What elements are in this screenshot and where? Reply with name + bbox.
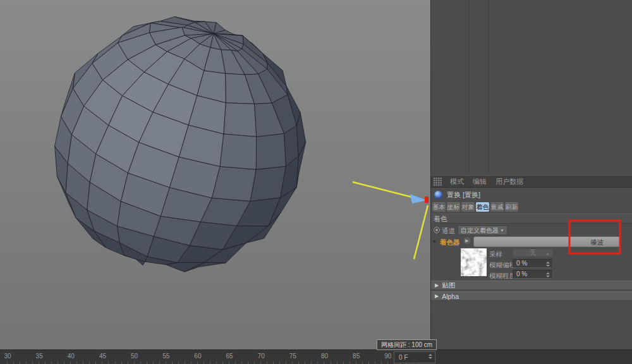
attribute-mode-icon[interactable] xyxy=(434,178,442,186)
blur-offset-stepper[interactable] xyxy=(546,262,550,267)
timeline-tick: 30 xyxy=(1,353,14,360)
menu-edit[interactable]: 编辑 xyxy=(468,177,491,186)
group-alpha[interactable]: ▶ Alpha xyxy=(431,291,632,301)
blur-scale-field[interactable]: 0 % xyxy=(513,270,553,279)
timeline-tick: 85 xyxy=(350,353,363,360)
sampling-dropdown-value: 无 xyxy=(530,249,536,256)
panel-divider xyxy=(489,0,489,174)
blur-offset-value: 0 % xyxy=(516,260,527,267)
sampling-dropdown[interactable]: 无 ▼ xyxy=(513,248,553,257)
noise-preview-thumbnail[interactable] xyxy=(461,248,487,276)
group-texture-label: 贴图 xyxy=(442,281,455,290)
triangle-right-icon: ▶ xyxy=(435,282,439,288)
timeline-tick: 80 xyxy=(319,353,331,360)
triangle-right-icon: ▶ xyxy=(435,293,439,299)
object-header-row: 置换 [置换] xyxy=(431,189,480,201)
current-frame-field[interactable]: 0 F xyxy=(394,351,435,363)
attribute-menubar: 模式 编辑 用户数据 xyxy=(431,175,632,188)
group-texture[interactable]: ▶ 贴图 xyxy=(431,281,632,290)
timeline-tick: 45 xyxy=(96,353,109,360)
application-window: 网格间距 : 100 cm 30354045505560657075808590… xyxy=(0,0,632,364)
blur-offset-label: 模糊偏移 xyxy=(489,261,516,270)
channel-dropdown[interactable]: 自定义着色器 ▼ xyxy=(458,226,507,235)
tab-object[interactable]: 对象 xyxy=(461,202,475,212)
timeline-tick: 50 xyxy=(128,353,141,360)
timeline-tick: 75 xyxy=(286,353,299,360)
shader-preview-button[interactable]: ▶ xyxy=(463,236,471,245)
channel-dropdown-value: 自定义着色器 xyxy=(461,226,499,235)
grid-spacing-label: 网格间距 : 100 cm xyxy=(377,339,437,350)
timeline-tick: 65 xyxy=(223,353,236,360)
shader-label: 着色器 xyxy=(440,238,460,247)
object-name: 置换 [置换] xyxy=(447,190,480,200)
timeline-tick: 70 xyxy=(255,353,267,360)
sampling-label: 采样 xyxy=(489,250,502,259)
blur-scale-label: 模糊程度 xyxy=(489,272,516,281)
viewport-3d[interactable]: 网格间距 : 100 cm xyxy=(0,0,430,349)
shading-section-header: 着色 xyxy=(431,214,632,224)
chevron-down-icon: ▼ xyxy=(545,251,550,258)
tab-falloff[interactable]: 衰减 xyxy=(490,202,504,212)
timeline-tick: 55 xyxy=(160,353,173,360)
blur-scale-value: 0 % xyxy=(516,270,527,277)
timeline-bar[interactable]: 30354045505560657075808590 0 F xyxy=(0,349,632,364)
attribute-manager-panel: 模式 编辑 用户数据 置换 [置换] 基本 坐标 对象 着色 衰减 刷新 着色 … xyxy=(430,0,632,349)
tab-basic[interactable]: 基本 xyxy=(432,202,446,212)
menu-mode[interactable]: 模式 xyxy=(446,177,468,186)
panel-divider xyxy=(469,0,470,174)
channel-enable-icon[interactable] xyxy=(434,227,440,233)
shader-expand-icon[interactable]: ▸ xyxy=(434,238,436,244)
channel-label: 通道 xyxy=(442,227,455,236)
timeline-tick: 40 xyxy=(64,353,77,360)
shader-noise-button[interactable]: 噪波 xyxy=(473,236,621,247)
blur-scale-stepper[interactable] xyxy=(546,272,550,277)
shader-noise-label: 噪波 xyxy=(581,238,613,247)
frame-stepper[interactable] xyxy=(428,354,433,359)
displacer-object-icon xyxy=(434,191,442,199)
group-alpha-label: Alpha xyxy=(442,293,459,300)
timeline-tick: 90 xyxy=(382,353,394,360)
current-frame-value: 0 F xyxy=(399,354,408,361)
tab-refresh[interactable]: 刷新 xyxy=(505,202,518,212)
attribute-tabs: 基本 坐标 对象 着色 衰减 刷新 xyxy=(432,202,518,212)
tab-coordinates[interactable]: 坐标 xyxy=(447,202,460,212)
timeline-tick: 35 xyxy=(33,353,46,360)
tab-shading[interactable]: 着色 xyxy=(476,202,489,212)
timeline-tick: 60 xyxy=(191,353,204,360)
displaced-sphere-mesh[interactable] xyxy=(0,0,430,349)
menu-user-data[interactable]: 用户数据 xyxy=(491,177,528,186)
timeline-minor-ticks xyxy=(7,361,424,364)
chevron-down-icon: ▼ xyxy=(500,228,504,233)
blur-offset-field[interactable]: 0 % xyxy=(513,259,553,268)
